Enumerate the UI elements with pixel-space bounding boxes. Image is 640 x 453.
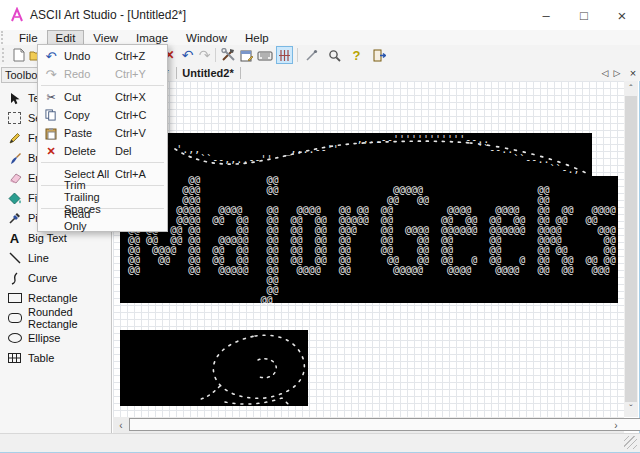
horizontal-scrollbar[interactable]: ‹ › [113,417,624,433]
minimize-button[interactable]: – [526,0,566,30]
menu-separator [41,85,164,86]
tool-label: Ellipse [28,332,60,344]
brush-icon [7,151,22,165]
menu-item-shortcut: Ctrl+A [115,168,167,180]
menu-item-shortcut: Ctrl+C [115,109,167,121]
edit-menu: ↶ Undo Ctrl+Z ↷ Redo Ctrl+Y ✂ Cut Ctrl+X… [37,44,168,232]
app-logo-icon [9,7,25,23]
scroll-right-icon[interactable]: › [609,418,623,432]
vertical-scrollbar[interactable]: ˆ ˇ [624,81,638,417]
menu-image[interactable]: Image [127,30,177,45]
menu-bar: File Edit View Image Window Help [0,30,640,45]
exit-door-icon [372,49,386,62]
horizontal-scroll-thumb[interactable] [129,418,640,431]
undo-icon: ↶ [38,49,64,64]
tab-scroll-right-icon[interactable]: ▷ [611,66,623,80]
copy-icon [38,109,64,121]
tool-label: Line [28,252,49,264]
tab-scroll-left-icon[interactable]: ◁ [599,66,611,80]
menu-window[interactable]: Window [177,30,236,45]
menu-item-shortcut: Ctrl+X [115,91,167,103]
ellipse-icon [7,331,22,345]
scroll-left-icon[interactable]: ‹ [114,418,128,432]
eraser-icon [7,171,22,185]
pen-icon [305,49,318,62]
tab-close-icon[interactable]: × [627,66,639,80]
tool-ellipse[interactable]: Ellipse [0,328,111,348]
properties-form-icon [240,49,254,62]
tool-table[interactable]: Table [0,348,111,368]
ascii-art-snail-sketch [120,330,308,406]
magnifier-icon [328,49,341,62]
menu-item-label: Redo [64,68,115,80]
tool-curve[interactable]: Curve [0,268,111,288]
keyboard-icon [257,50,273,61]
tool-rectangle[interactable]: Rectangle [0,288,111,308]
menu-view[interactable]: View [84,30,127,45]
cut-icon: ✂ [38,91,64,104]
title-bar: ASCII Art Studio - [Untitled2*] – □ × [0,0,640,30]
app-window: ASCII Art Studio - [Untitled2*] – □ × Fi… [0,0,640,453]
close-button[interactable]: × [602,0,640,30]
menu-item-copy[interactable]: Copy Ctrl+C [38,106,167,124]
menu-item-paste[interactable]: Paste Ctrl+V [38,124,167,142]
hammer-wrench-icon [221,48,236,62]
vertical-scroll-thumb[interactable] [625,96,637,402]
menu-item-label: Copy [64,109,115,121]
tool-label: Big Text [28,232,67,244]
menu-item-redo[interactable]: ↷ Redo Ctrl+Y [38,65,167,83]
zoom-button[interactable] [326,46,343,64]
help-button[interactable]: ? [348,46,365,64]
pen-button[interactable] [303,46,320,64]
properties-button[interactable] [238,46,255,64]
drawing-canvas[interactable]: ,,..--''''''''''''--.. ' '.,, _,,..--'' … [113,81,624,417]
menu-item-label: Read Only [64,208,115,232]
resize-grip[interactable] [624,436,637,449]
menu-item-read-only[interactable]: Read Only [38,211,167,229]
ascii-art-dotted-curve [120,133,618,303]
menu-item-trim-trailing-spaces[interactable]: Trim Trailing Spaces [38,188,167,206]
text-cursor-icon [7,91,22,105]
menu-item-shortcut: Del [115,145,167,157]
undo-icon: ↶ [182,47,194,63]
select-icon [7,111,22,125]
grid-button[interactable] [276,46,293,64]
eyedropper-icon [7,211,22,225]
scroll-down-icon[interactable]: ˇ [624,402,638,416]
toolbar-grip[interactable] [2,48,8,62]
redo-button[interactable]: ↷ [196,46,213,64]
tool-label: Rounded Rectangle [28,306,111,330]
grid-icon [278,49,291,62]
tool-rounded-rectangle[interactable]: Rounded Rectangle [0,308,111,328]
maximize-button[interactable]: □ [564,0,604,30]
rectangle-icon [7,291,22,305]
menu-help[interactable]: Help [236,30,278,45]
tool-label: Curve [28,272,57,284]
menu-item-label: Undo [64,50,115,62]
new-document-icon [13,48,25,62]
line-icon [7,251,22,265]
big-text-icon: A [7,231,22,245]
toolbar-separator [215,48,216,62]
redo-icon: ↷ [199,47,211,63]
tools-button[interactable] [220,46,237,64]
undo-button[interactable]: ↶ [179,46,196,64]
new-button[interactable] [10,46,27,64]
document-tabs: Untitled1* Untitled2* ◁ ▷ × [113,65,640,81]
exit-button[interactable] [370,46,387,64]
keyboard-button[interactable] [256,46,273,64]
tool-label: Rectangle [28,292,78,304]
menu-file[interactable]: File [10,30,47,45]
menu-item-label: Paste [64,127,115,139]
menu-item-shortcut: Ctrl+Y [115,68,167,80]
menu-item-undo[interactable]: ↶ Undo Ctrl+Z [38,47,167,65]
tool-label: Table [28,352,54,364]
menu-item-cut[interactable]: ✂ Cut Ctrl+X [38,88,167,106]
help-icon: ? [353,48,361,63]
menubar-grip[interactable] [1,31,10,44]
tool-line[interactable]: Line [0,248,111,268]
menu-edit[interactable]: Edit [47,30,85,45]
scroll-up-icon[interactable]: ˆ [624,82,638,96]
menu-item-delete[interactable]: ✕ Delete Del [38,142,167,160]
tab-untitled2[interactable]: Untitled2* [177,65,239,81]
